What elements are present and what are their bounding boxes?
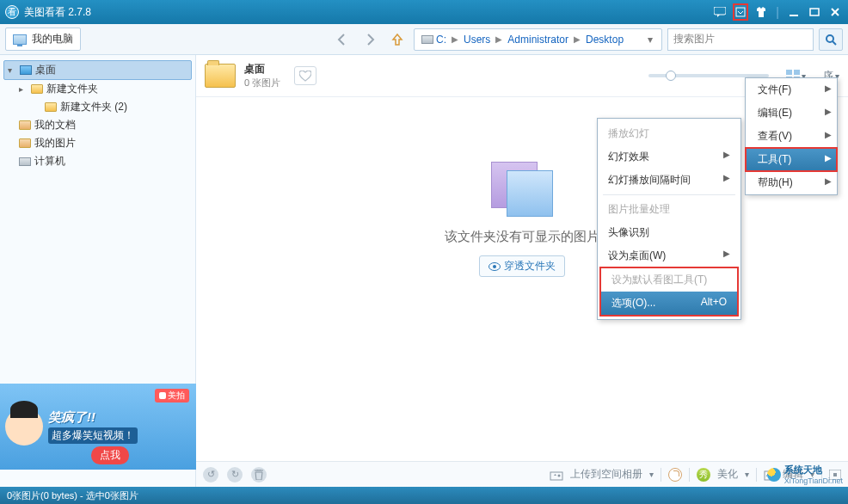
maximize-button[interactable] xyxy=(807,5,822,19)
main-menu: 文件(F)▶ 编辑(E)▶ 查看(V)▶ 工具(T)▶ 帮助(H)▶ xyxy=(745,77,838,195)
app-title: 美图看看 2.7.8 xyxy=(24,5,91,20)
sidebar-item-folder[interactable]: 新建文件夹 (2) xyxy=(3,98,192,116)
folder-name: 桌面 xyxy=(244,62,280,77)
sidebar-item-label: 新建文件夹 xyxy=(46,82,98,96)
svg-rect-1 xyxy=(736,8,745,16)
menu-view[interactable]: 查看(V)▶ xyxy=(746,125,837,148)
forward-button[interactable] xyxy=(359,28,381,51)
folder-icon xyxy=(31,84,43,94)
path-dropdown[interactable]: ▾ xyxy=(642,34,658,46)
skin-icon[interactable] xyxy=(753,5,769,19)
menu-tools[interactable]: 工具(T)▶ xyxy=(746,148,837,171)
path-seg[interactable]: Administrator xyxy=(504,34,572,46)
svg-rect-3 xyxy=(810,9,819,15)
search-placeholder: 搜索图片 xyxy=(673,32,715,46)
expander-icon[interactable]: ▾ xyxy=(8,65,16,75)
submenu-face[interactable]: 头像识别 xyxy=(598,221,740,244)
sidebar-item-computer[interactable]: 计算机 xyxy=(3,152,192,170)
toolbar: 我的电脑 C: ▶ Users ▶ Administrator ▶ Deskto… xyxy=(0,24,848,55)
search-input[interactable]: 搜索图片 xyxy=(667,28,814,51)
close-button[interactable] xyxy=(827,5,843,19)
rotate-left-button[interactable]: ↺ xyxy=(203,467,218,482)
sidebar: ▾ 桌面 ▸ 新建文件夹 新建文件夹 (2) 我的文档 我的图片 计算机 xyxy=(0,55,196,487)
sidebar-item-documents[interactable]: 我的文档 xyxy=(3,116,192,134)
sidebar-item-pictures[interactable]: 我的图片 xyxy=(3,134,192,152)
submenu-options[interactable]: 选项(O)...Alt+O xyxy=(601,292,737,315)
submenu-slideshow[interactable]: 播放幻灯 xyxy=(598,122,740,145)
minimize-button[interactable] xyxy=(786,5,802,19)
submenu-wallpaper[interactable]: 设为桌面(W)▶ xyxy=(598,244,740,267)
title-bar: 看 美图看看 2.7.8 | xyxy=(0,0,848,24)
doc-icon xyxy=(19,138,31,148)
sidebar-item-folder[interactable]: ▸ 新建文件夹 xyxy=(3,80,192,98)
globe-icon xyxy=(767,468,781,482)
content-area: 桌面 0 张图片 ▾ 序▾ 该文件夹没有可显示的图片 xyxy=(196,55,848,487)
xiu-icon: 秀 xyxy=(697,468,710,482)
my-computer-button[interactable]: 我的电脑 xyxy=(5,28,81,51)
upload-label[interactable]: 上传到空间相册 xyxy=(570,467,642,482)
ad-line2: 超多爆笑短视频！ xyxy=(48,427,138,444)
see-through-button[interactable]: 穿透文件夹 xyxy=(479,255,565,277)
monitor-icon xyxy=(13,34,27,45)
chevron-right-icon: ▶ xyxy=(574,34,581,44)
tools-submenu: 播放幻灯 幻灯效果▶ 幻灯播放间隔时间▶ 图片批量处理 头像识别 设为桌面(W)… xyxy=(597,118,741,320)
svg-rect-9 xyxy=(794,70,800,75)
favorite-button[interactable] xyxy=(294,66,316,85)
empty-icon xyxy=(488,158,556,218)
back-button[interactable] xyxy=(331,28,353,51)
submenu-slide-interval[interactable]: 幻灯播放间隔时间▶ xyxy=(598,169,740,192)
desktop-icon xyxy=(20,65,32,75)
status-text: 0张图片(0 bytes) - 选中0张图片 xyxy=(7,489,138,502)
submenu-default-viewer[interactable]: 设为默认看图工具(T) xyxy=(601,268,737,292)
weibo-icon[interactable] xyxy=(668,468,682,482)
sidebar-item-label: 我的图片 xyxy=(34,136,76,151)
folder-icon xyxy=(205,64,236,88)
up-button[interactable] xyxy=(386,28,409,51)
svg-point-13 xyxy=(493,265,496,268)
submenu-slide-effect[interactable]: 幻灯效果▶ xyxy=(598,145,740,169)
bottom-toolbar: ↺ ↻ 上传到空间相册 ▾ 秀 美化 ▾ 编辑 ▾ xyxy=(196,461,848,487)
empty-text: 该文件夹没有可显示的图片 xyxy=(445,229,599,245)
sidebar-item-label: 桌面 xyxy=(35,63,56,77)
menu-file[interactable]: 文件(F)▶ xyxy=(746,78,837,101)
svg-line-7 xyxy=(833,41,836,45)
menu-separator xyxy=(603,194,735,195)
svg-point-6 xyxy=(826,35,833,42)
main-menu-button[interactable] xyxy=(733,3,748,21)
path-seg[interactable]: Users xyxy=(460,34,494,46)
folder-count: 0 张图片 xyxy=(244,77,280,89)
watermark: 系统天地 XiTongTianDi.net xyxy=(767,464,843,485)
ad-button[interactable]: 点我 xyxy=(91,446,129,464)
ad-banner[interactable]: 笑疯了!! 超多爆笑短视频！ 点我 美拍 xyxy=(0,384,196,470)
menu-help[interactable]: 帮助(H)▶ xyxy=(746,171,837,194)
submenu-batch[interactable]: 图片批量处理 xyxy=(598,198,740,221)
rotate-right-button[interactable]: ↻ xyxy=(227,467,243,482)
slider-thumb[interactable] xyxy=(666,71,676,81)
svg-rect-8 xyxy=(786,70,792,75)
expander-icon[interactable]: ▸ xyxy=(19,84,28,94)
upload-icon xyxy=(550,469,563,481)
my-computer-label: 我的电脑 xyxy=(32,32,73,46)
path-seg[interactable]: Desktop xyxy=(582,34,627,46)
chat-icon[interactable] xyxy=(712,5,728,19)
chevron-right-icon: ▶ xyxy=(452,34,458,44)
ad-face-icon xyxy=(5,408,43,446)
delete-button[interactable] xyxy=(251,467,267,482)
doc-icon xyxy=(19,120,31,130)
search-button[interactable] xyxy=(819,28,843,51)
window-buttons: | xyxy=(712,3,843,21)
menu-edit[interactable]: 编辑(E)▶ xyxy=(746,101,837,125)
ad-line1: 笑疯了!! xyxy=(48,409,138,426)
separator: | xyxy=(774,5,781,19)
sidebar-item-label: 我的文档 xyxy=(34,118,76,132)
app-icon: 看 xyxy=(5,5,19,19)
chevron-right-icon: ▶ xyxy=(495,34,502,44)
path-drive-icon: C: xyxy=(418,34,450,46)
status-bar: 0张图片(0 bytes) - 选中0张图片 xyxy=(0,487,848,504)
sidebar-item-desktop[interactable]: ▾ 桌面 xyxy=(3,60,192,80)
beautify-label[interactable]: 美化 xyxy=(717,467,738,482)
svg-point-15 xyxy=(558,474,561,476)
svg-rect-0 xyxy=(714,7,726,15)
folder-icon xyxy=(45,102,57,112)
path-bar[interactable]: C: ▶ Users ▶ Administrator ▶ Desktop ▾ xyxy=(414,28,662,51)
